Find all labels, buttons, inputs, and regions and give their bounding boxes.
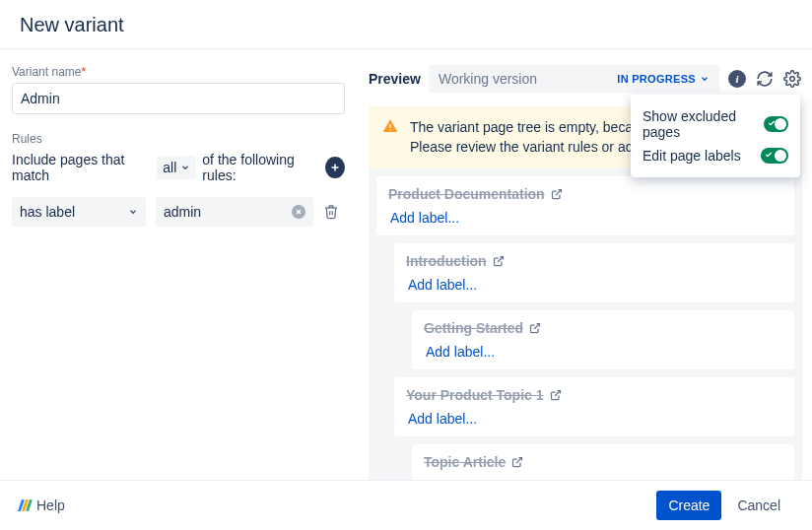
left-panel: Variant name* Rules Include pages that m… <box>10 65 345 519</box>
match-mode-select[interactable]: all <box>157 156 196 179</box>
svg-line-8 <box>498 257 504 263</box>
variant-name-label: Variant name* <box>12 65 345 79</box>
chevron-down-icon <box>128 207 138 217</box>
show-excluded-toggle[interactable] <box>764 116 788 132</box>
node-title: Your Product Topic 1 <box>406 387 544 403</box>
x-icon <box>295 208 303 216</box>
page-header: New variant <box>0 0 812 49</box>
add-label-button[interactable]: Add label... <box>388 210 782 226</box>
add-rule-button[interactable] <box>325 157 345 178</box>
help-icon <box>20 499 31 511</box>
check-icon <box>765 151 773 159</box>
gear-icon <box>783 70 801 88</box>
tree-node: Getting StartedAdd label... <box>412 310 794 369</box>
rules-match-line: Include pages that match all of the foll… <box>12 152 345 183</box>
external-link-icon[interactable] <box>551 188 563 200</box>
version-label: Working version <box>439 71 537 87</box>
warning-icon <box>382 118 398 134</box>
tree-node: IntroductionAdd label... <box>394 243 794 302</box>
node-title: Getting Started <box>424 320 523 336</box>
external-link-icon[interactable] <box>529 322 541 334</box>
rules-section-label: Rules <box>12 132 345 146</box>
tree-node: Your Product Topic 1Add label... <box>394 377 794 436</box>
page-tree: Product DocumentationAdd label...Introdu… <box>369 168 802 519</box>
info-icon: i <box>728 70 746 88</box>
preview-title: Preview <box>369 71 421 87</box>
edit-labels-toggle[interactable] <box>761 148 788 164</box>
svg-line-11 <box>516 458 522 464</box>
status-badge[interactable]: IN PROGRESS <box>617 73 710 85</box>
refresh-button[interactable] <box>755 69 775 89</box>
cancel-button[interactable]: Cancel <box>725 491 792 520</box>
external-link-icon[interactable] <box>511 456 523 468</box>
required-mark: * <box>81 65 86 79</box>
external-link-icon[interactable] <box>493 255 505 267</box>
external-link-icon[interactable] <box>550 389 562 401</box>
rules-prefix: Include pages that match <box>12 152 151 183</box>
svg-rect-6 <box>389 129 390 130</box>
rule-row: has label admin <box>12 197 345 227</box>
show-excluded-row: Show excluded pages <box>643 104 788 144</box>
info-button[interactable]: i <box>727 69 747 89</box>
node-title: Product Documentation <box>388 186 545 202</box>
svg-point-4 <box>790 77 795 82</box>
refresh-icon <box>756 70 774 88</box>
create-button[interactable]: Create <box>656 491 721 520</box>
settings-button[interactable] <box>782 69 802 89</box>
trash-icon[interactable] <box>323 204 339 220</box>
help-link[interactable]: Help <box>20 497 65 513</box>
add-label-button[interactable]: Add label... <box>406 277 782 293</box>
clear-rule-value-button[interactable] <box>292 205 305 219</box>
variant-name-input[interactable] <box>12 83 345 114</box>
preview-header: Preview Working version IN PROGRESS i <box>369 65 802 93</box>
node-title: Topic Article <box>424 454 506 470</box>
svg-line-7 <box>556 190 562 196</box>
tree-node: Product DocumentationAdd label... <box>376 176 794 235</box>
node-title: Introduction <box>406 253 487 269</box>
chevron-down-icon <box>700 74 710 84</box>
chevron-down-icon <box>180 163 190 172</box>
rule-value-input[interactable]: admin <box>156 197 313 227</box>
edit-labels-row: Edit page labels <box>643 144 788 167</box>
check-icon <box>768 119 776 127</box>
svg-rect-5 <box>389 124 390 128</box>
plus-icon <box>329 162 341 173</box>
settings-popover: Show excluded pages Edit page labels <box>631 95 800 177</box>
version-selector[interactable]: Working version IN PROGRESS <box>429 65 719 93</box>
svg-line-9 <box>534 324 540 330</box>
rule-type-select[interactable]: has label <box>12 197 146 227</box>
svg-line-10 <box>555 391 561 397</box>
page-title: New variant <box>20 14 792 36</box>
edit-labels-label: Edit page labels <box>643 148 741 164</box>
show-excluded-label: Show excluded pages <box>643 108 764 140</box>
footer: Help Create Cancel <box>0 480 812 530</box>
add-label-button[interactable]: Add label... <box>424 344 782 360</box>
rules-suffix: of the following rules: <box>202 152 319 183</box>
add-label-button[interactable]: Add label... <box>406 411 782 427</box>
